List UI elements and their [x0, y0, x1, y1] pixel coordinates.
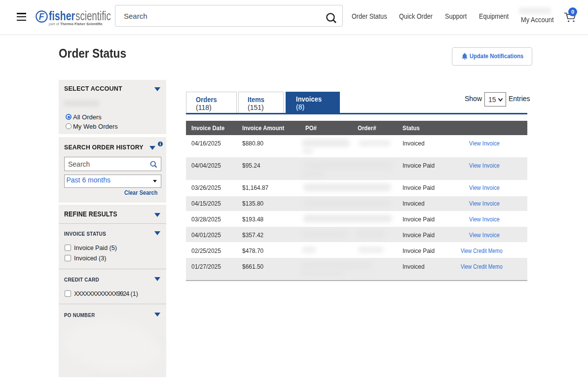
svg-text:F: F: [39, 12, 45, 22]
